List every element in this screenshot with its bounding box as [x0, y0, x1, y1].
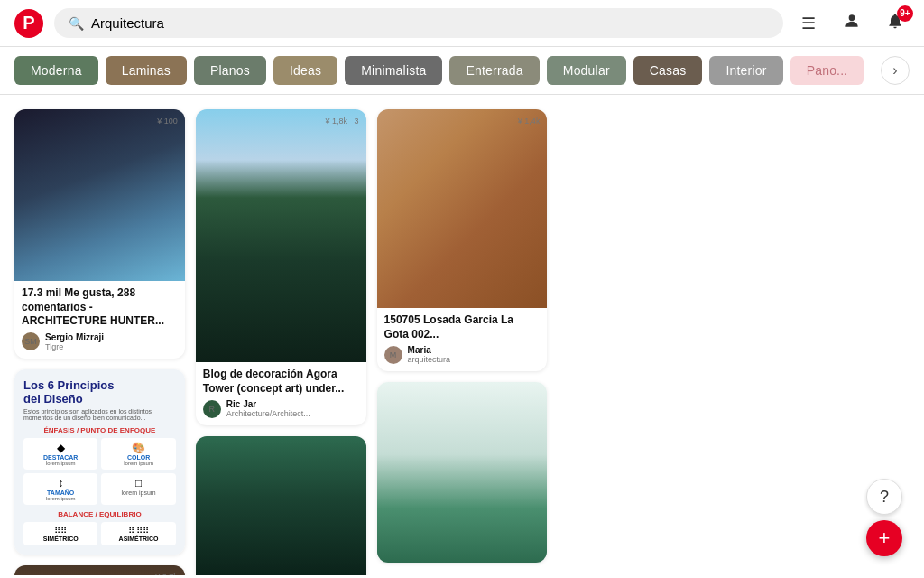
category-panoramica[interactable]: Pano...: [790, 56, 864, 85]
help-button[interactable]: ?: [866, 479, 902, 515]
pin-larameeee[interactable]: ¥ 3,7k Larameeee... P pilar sanjose deus…: [14, 565, 185, 575]
category-modular[interactable]: Modular: [547, 56, 626, 85]
category-minimalista[interactable]: Minimalista: [345, 56, 442, 85]
main-content: ¥ 100 17.3 mil Me gusta, 288 comentarios…: [0, 95, 924, 575]
category-planos[interactable]: Planos: [194, 56, 266, 85]
save-count-2: ¥ 3,7k: [155, 573, 178, 575]
profile-button[interactable]: [837, 9, 866, 38]
design-card-image: Los 6 Principiosdel Diseño Estos princip…: [14, 369, 185, 555]
design-item-destacar: ◆ DESTACAR lorem ipsum: [23, 438, 97, 470]
design-item-color: 🎨 COLOR lorem ipsum: [101, 438, 175, 470]
design-item-tamano: ↕ TAMAÑO lorem ipsum: [23, 473, 97, 505]
usersub-3: Architecture/Architect...: [226, 409, 310, 418]
pin-design-principles[interactable]: Los 6 Principiosdel Diseño Estos princip…: [14, 369, 185, 555]
categories-next-button[interactable]: ›: [881, 56, 910, 85]
masonry-col-1: ¥ 100 17.3 mil Me gusta, 288 comentarios…: [14, 109, 185, 565]
header-icons: ☰ 9+: [794, 9, 910, 38]
category-enterrada[interactable]: Enterrada: [449, 56, 539, 85]
pin-info-3: ¥ 1,8k 3 Blog de decoración Agora Tower …: [196, 362, 366, 425]
category-casas[interactable]: Casas: [633, 56, 703, 85]
svg-point-0: [849, 14, 855, 21]
pin-title-5: 150705 Losada Garcia La Gota 002...: [384, 313, 541, 341]
save-count-1: ¥ 100: [157, 117, 178, 126]
usersub-1: Tigre: [45, 342, 104, 351]
avatar-5: M: [384, 346, 402, 364]
category-moderna[interactable]: Moderna: [14, 56, 98, 85]
masonry-col-3: ¥ 1,8k 3 Blog de decoración Agora Tower …: [196, 109, 366, 575]
category-nav: Moderna Laminas Planos Ideas Minimalista…: [0, 47, 924, 95]
header: P 🔍 ☰ 9+: [0, 0, 924, 47]
menu-button[interactable]: ☰: [794, 9, 823, 38]
category-ideas[interactable]: Ideas: [273, 56, 337, 85]
masonry-col-2: ¥ 3,7k Larameeee... P pilar sanjose deus…: [14, 565, 185, 575]
save-count-3: ¥ 1,8k 3: [326, 117, 359, 126]
design-item-placeholder: □ lorem ipsum: [101, 473, 175, 505]
pin-agora-tower[interactable]: ¥ 1,8k 3 Blog de decoración Agora Tower …: [196, 109, 366, 425]
user-icon: [843, 12, 861, 34]
notification-badge: 9+: [897, 5, 913, 22]
pin-info-1: ¥ 100 17.3 mil Me gusta, 288 comentarios…: [14, 281, 185, 359]
pin-losada-garcia[interactable]: ¥ 1,4k 150705 Losada Garcia La Gota 002.…: [377, 109, 548, 371]
username-3: Ric Jar: [226, 399, 310, 409]
save-count-5: ¥ 1,4k: [518, 117, 541, 126]
pin-architecture-hunter[interactable]: ¥ 100 17.3 mil Me gusta, 288 comentarios…: [14, 109, 185, 359]
avatar-3: R: [203, 400, 221, 418]
category-interior[interactable]: Interior: [709, 56, 782, 85]
search-bar[interactable]: 🔍: [54, 8, 783, 38]
pin-title-1: 17.3 mil Me gusta, 288 comentarios - ARC…: [22, 286, 178, 329]
pin-modern-house[interactable]: [377, 382, 548, 563]
masonry-col-5: ¥ 1,4k 150705 Losada Garcia La Gota 002.…: [377, 109, 548, 573]
usersub-5: arquitectura: [408, 355, 451, 364]
avatar-1: SM: [22, 332, 40, 350]
design-item-asimetrico: ⠿ ⠿⠿ ASIMÉTRICO: [101, 522, 175, 545]
pin-info-5: ¥ 1,4k 150705 Losada Garcia La Gota 002.…: [377, 308, 548, 371]
user-row-5: M Maria arquitectura: [384, 345, 541, 364]
design-emphasis-label: ÉNFASIS / PUNTO DE ENFOQUE: [23, 426, 176, 434]
search-input[interactable]: [91, 15, 769, 31]
design-card-subtitle: Estos principios son aplicados en los di…: [23, 408, 176, 421]
category-laminas[interactable]: Laminas: [106, 56, 187, 85]
user-row-1: SM Sergio Mizraji Tigre: [22, 332, 178, 351]
pin-grid: ¥ 100 17.3 mil Me gusta, 288 comentarios…: [14, 109, 910, 575]
username-1: Sergio Mizraji: [45, 332, 104, 342]
menu-icon: ☰: [801, 14, 816, 33]
design-balance-label: BALANCE / EQUILIBRIO: [23, 510, 176, 518]
add-button[interactable]: +: [866, 520, 902, 556]
pinterest-logo[interactable]: P: [14, 9, 43, 38]
pin-forest-arch[interactable]: [196, 436, 366, 575]
user-row-3: R Ric Jar Architecture/Architect...: [203, 399, 359, 418]
design-card-title: Los 6 Principiosdel Diseño: [23, 378, 176, 406]
design-item-simetrico: ⠿⠿ SIMÉTRICO: [23, 522, 97, 545]
username-5: Maria: [408, 345, 451, 355]
pin-title-3: Blog de decoración Agora Tower (concept …: [203, 368, 359, 396]
notifications-button[interactable]: 9+: [881, 9, 910, 38]
search-icon: 🔍: [69, 16, 84, 31]
